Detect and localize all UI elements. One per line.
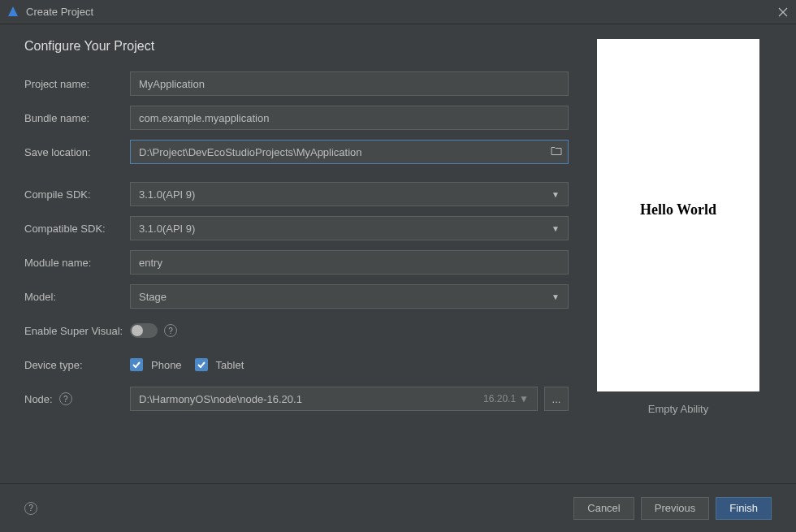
device-phone-checkbox[interactable] (130, 358, 143, 371)
template-preview: Hello World (597, 39, 759, 391)
chevron-down-icon: ▼ (552, 292, 560, 301)
project-name-label: Project name: (24, 78, 130, 90)
help-icon[interactable]: ? (164, 324, 177, 337)
compile-sdk-label: Compile SDK: (24, 188, 130, 201)
device-phone-label: Phone (151, 359, 182, 371)
page-title: Configure Your Project (24, 39, 569, 54)
help-icon[interactable]: ? (24, 502, 37, 515)
model-label: Model: (24, 291, 130, 303)
bundle-name-input[interactable] (130, 106, 569, 130)
model-value: Stage (139, 291, 167, 303)
chevron-down-icon: ▼ (552, 190, 560, 199)
model-select[interactable]: Stage ▼ (130, 284, 569, 309)
compile-sdk-select[interactable]: 3.1.0(API 9) ▼ (130, 182, 569, 206)
bundle-name-label: Bundle name: (24, 112, 130, 124)
node-browse-button[interactable]: ... (544, 387, 569, 411)
titlebar: Create Project (0, 0, 796, 24)
finish-button[interactable]: Finish (716, 497, 772, 520)
project-name-input[interactable] (130, 71, 569, 96)
folder-icon[interactable] (551, 146, 562, 158)
close-icon[interactable] (777, 6, 790, 19)
node-select[interactable]: D:\HarmonyOS\node\node-16.20.1 16.20.1 ▼ (130, 387, 538, 411)
preview-caption: Empty Ability (648, 403, 708, 415)
preview-content: Hello World (640, 201, 716, 218)
device-tablet-label: Tablet (216, 359, 244, 371)
module-name-input[interactable] (130, 250, 569, 275)
device-type-label: Device type: (24, 359, 130, 371)
app-logo-icon (6, 6, 19, 19)
node-label: Node: (24, 393, 53, 405)
node-path-value: D:\HarmonyOS\node\node-16.20.1 (139, 393, 302, 405)
chevron-down-icon: ▼ (552, 224, 560, 233)
node-version-value: 16.20.1 (483, 393, 516, 404)
compatible-sdk-select[interactable]: 3.1.0(API 9) ▼ (130, 216, 569, 240)
module-name-label: Module name: (24, 257, 130, 269)
help-icon[interactable]: ? (59, 392, 72, 405)
compatible-sdk-label: Compatible SDK: (24, 223, 130, 235)
footer: ? Cancel Previous Finish (0, 483, 796, 532)
device-tablet-checkbox[interactable] (195, 358, 208, 371)
window-title: Create Project (26, 6, 777, 18)
compatible-sdk-value: 3.1.0(API 9) (139, 223, 195, 235)
enable-super-visual-label: Enable Super Visual: (24, 325, 130, 337)
chevron-down-icon: ▼ (519, 393, 529, 404)
save-location-input[interactable] (130, 140, 569, 164)
enable-super-visual-toggle[interactable] (130, 323, 158, 338)
cancel-button[interactable]: Cancel (573, 497, 634, 520)
compile-sdk-value: 3.1.0(API 9) (139, 188, 195, 201)
save-location-label: Save location: (24, 146, 130, 158)
previous-button[interactable]: Previous (641, 497, 710, 520)
